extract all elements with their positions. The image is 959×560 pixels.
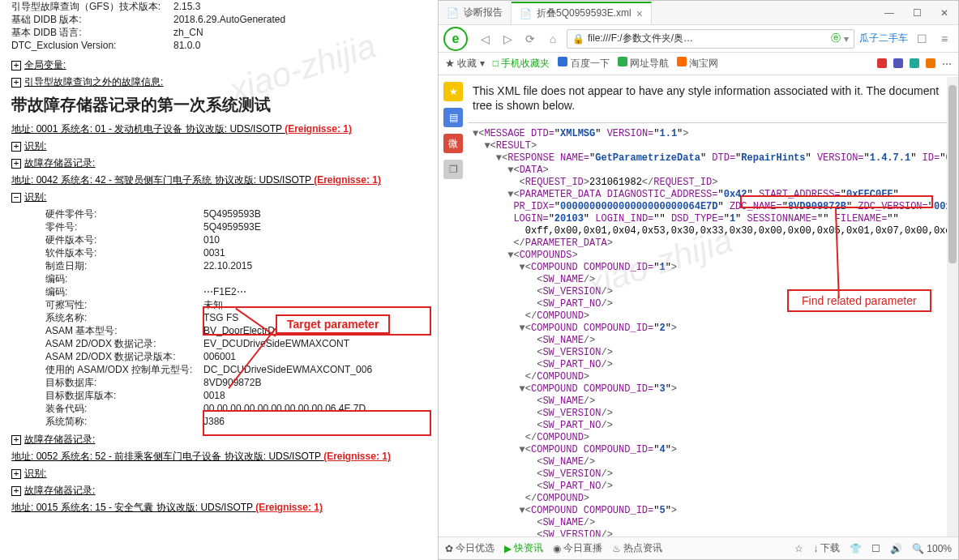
browser-logo-icon[interactable]: e	[443, 27, 468, 51]
page-title: 带故障存储器记录的第一次系统测试	[11, 94, 426, 116]
status-today[interactable]: ✿ 今日优选	[445, 541, 494, 555]
divider	[468, 122, 947, 123]
fold-icon[interactable]: ▼	[520, 444, 525, 455]
section-extra-fault[interactable]: +引导型故障查询之外的故障信息:	[11, 75, 426, 89]
fold-icon[interactable]: ▼	[520, 323, 525, 334]
kv-row: DTC_Exclusion Version:81.0.0	[11, 39, 426, 52]
kv-val: 2.15.3	[173, 0, 426, 13]
lock-icon: 🔒	[572, 33, 584, 45]
weibo-icon[interactable]: 微	[443, 134, 463, 153]
kv-row: 引导型故障查询（GFS）技术版本:2.15.3	[11, 0, 426, 13]
zdc-version: 0018	[934, 201, 947, 212]
bookmarks-bar: ★ 收藏 ▾ □ 手机收藏夹 百度一下 网址导航 淘宝网 ⋯	[439, 53, 958, 75]
menu-icon[interactable]: ≡	[935, 30, 953, 48]
maximize-icon[interactable]: ☐	[903, 1, 931, 25]
tools-icon[interactable]: 👕	[850, 543, 862, 554]
fold-icon[interactable]: ▼	[520, 383, 525, 395]
social-sidebar: ★ ▤ 微 ❐	[439, 77, 468, 536]
more-icon[interactable]: ⋯	[942, 58, 952, 70]
qzone-icon[interactable]: ★	[443, 82, 463, 101]
page-icon: 📄	[447, 7, 459, 19]
titlebar: 📄诊断报告 📄折叠5Q0959593E.xml× — ☐ ✕	[439, 1, 958, 25]
tab-diag[interactable]: 📄诊断报告	[439, 2, 512, 24]
addr-0052-row[interactable]: 地址: 0052 系统名: 52 - 前排乘客侧车门电子设备 协议改版: UDS…	[11, 450, 426, 464]
expand-icon[interactable]: +	[11, 486, 21, 496]
status-kuai[interactable]: ▶ 快资讯	[504, 541, 543, 555]
home-icon[interactable]: ⌂	[544, 30, 562, 48]
expand-icon[interactable]: +	[11, 142, 21, 152]
minimize-icon[interactable]: —	[876, 1, 903, 25]
download-icon[interactable]: ↓ 下载	[813, 541, 840, 555]
related-label: Find related parameter	[787, 289, 931, 312]
back-icon[interactable]: ◁	[476, 30, 494, 48]
capture-icon[interactable]: ☐	[871, 543, 880, 554]
zdc-name: 8VD909872B	[788, 201, 846, 212]
compat-icon[interactable]: ⓔ	[831, 32, 841, 45]
faultrec-section[interactable]: +故障存储器记录:	[11, 484, 426, 498]
addr-0001-row[interactable]: 地址: 0001 系统名: 01 - 发动机电子设备 协议改版: UDS/ISO…	[11, 122, 426, 136]
xml-tree[interactable]: ▼<MESSAGE DTD="XMLMSG" VERSION="1.1"> ▼<…	[468, 128, 947, 536]
window-controls: — ☐ ✕	[876, 1, 958, 25]
fold-icon[interactable]: ▼	[484, 140, 490, 152]
ext-icon[interactable]	[877, 58, 887, 68]
kv-key: 引导型故障查询（GFS）技术版本:	[11, 0, 173, 13]
expand-icon[interactable]: +	[11, 159, 21, 169]
ext-icon[interactable]	[910, 58, 919, 68]
addr-0042-row[interactable]: 地址: 0042 系统名: 42 - 驾驶员侧车门电子系统 协议改版: UDS/…	[11, 173, 426, 187]
more-icon[interactable]: ❐	[443, 160, 463, 179]
volume-icon[interactable]: 🔊	[890, 543, 902, 554]
bookmark-mobile[interactable]: □ 手机收藏夹	[493, 57, 550, 71]
expand-icon[interactable]: +	[11, 469, 21, 479]
faultrec-section[interactable]: +故障存储器记录:	[11, 433, 426, 447]
xml-banner: This XML file does not appear to have an…	[468, 77, 947, 119]
ident-section[interactable]: +识别:	[11, 467, 426, 481]
status-live[interactable]: ◉ 今日直播	[553, 541, 602, 555]
address-bar[interactable]: 🔒file:///F:/参数文件夹/奥…ⓔ▾	[567, 29, 854, 49]
bookmark-nav[interactable]: 网址导航	[618, 57, 669, 71]
share-icon[interactable]: ▤	[443, 108, 463, 127]
statusbar: ✿ 今日优选 ▶ 快资讯 ◉ 今日直播 ♨ 热点资讯 ☆ ↓ 下载 👕 ☐ 🔊 …	[439, 536, 958, 559]
target-db-ver: 0018	[203, 389, 426, 402]
kv-row: 基本 DIDB 语言:zh_CN	[11, 26, 426, 39]
target-label: Target parameter	[276, 314, 390, 334]
collapse-icon[interactable]: −	[11, 193, 21, 203]
expand-icon[interactable]: +	[11, 435, 21, 445]
section-global-vars[interactable]: +全局变量:	[11, 58, 426, 72]
ident-section[interactable]: +识别:	[11, 139, 426, 153]
promo-link[interactable]: 瓜子二手车	[859, 32, 908, 45]
fav-icon[interactable]: ★ 收藏 ▾	[445, 57, 485, 71]
faultrec-section[interactable]: +故障存储器记录:	[11, 156, 426, 170]
zoom-level[interactable]: 🔍 100%	[912, 543, 952, 554]
fold-icon[interactable]: ▼	[520, 262, 525, 273]
fold-icon[interactable]: ▼	[496, 152, 502, 164]
tab-xml[interactable]: 📄折叠5Q0959593E.xml×	[512, 2, 652, 24]
expand-icon[interactable]: +	[11, 61, 21, 71]
ext-icon[interactable]	[893, 58, 903, 68]
fold-icon[interactable]: ▼	[520, 505, 525, 516]
browser-window: 📄诊断报告 📄折叠5Q0959593E.xml× — ☐ ✕ e ◁ ▷ ⟳ ⌂…	[438, 0, 959, 560]
close-window-icon[interactable]: ✕	[931, 1, 958, 25]
diag-report-pane: 引导型故障查询（GFS）技术版本:2.15.3 基础 DIDB 版本:2018.…	[0, 0, 438, 560]
favorite-icon[interactable]: ☆	[794, 543, 803, 554]
forward-icon[interactable]: ▷	[499, 30, 516, 48]
kv-row: 基础 DIDB 版本:2018.6.29.AutoGenerated	[11, 13, 426, 26]
bookmark-taobao[interactable]: 淘宝网	[677, 57, 718, 71]
extensions-icon[interactable]: ☐	[913, 30, 931, 48]
page-icon: 📄	[520, 8, 532, 19]
scroll-thumb[interactable]	[948, 85, 957, 263]
navbar: e ◁ ▷ ⟳ ⌂ 🔒file:///F:/参数文件夹/奥…ⓔ▾ 瓜子二手车 ☐…	[439, 25, 958, 53]
status-hot[interactable]: ♨ 热点资讯	[612, 541, 662, 555]
ext-icon[interactable]	[926, 58, 935, 68]
ident-section-open[interactable]: −识别:	[11, 190, 426, 204]
reload-icon[interactable]: ⟳	[521, 30, 539, 48]
bookmark-baidu[interactable]: 百度一下	[558, 57, 609, 71]
expand-icon[interactable]: +	[11, 78, 21, 88]
addr-0015-row[interactable]: 地址: 0015 系统名: 15 - 安全气囊 协议改版: UDS/ISOTP …	[11, 501, 426, 515]
scrollbar[interactable]	[947, 77, 958, 536]
close-icon[interactable]: ×	[636, 7, 643, 20]
